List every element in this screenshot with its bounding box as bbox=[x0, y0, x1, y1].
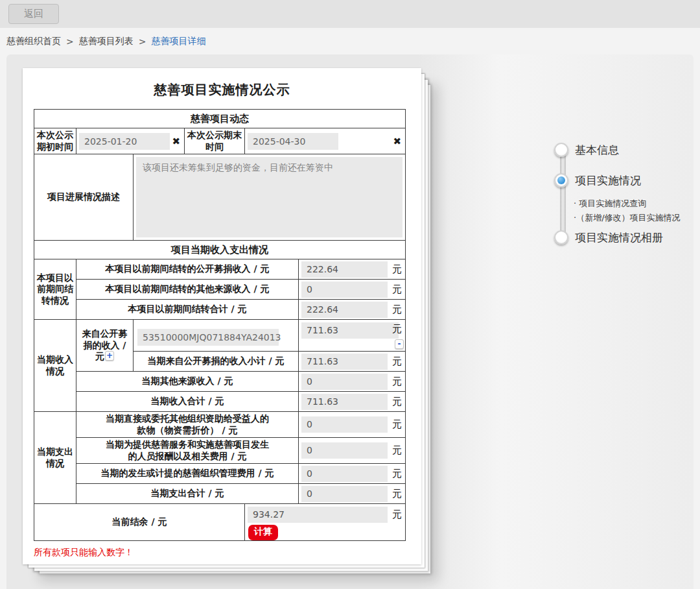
unit-label: 元 bbox=[392, 418, 402, 431]
balance-input[interactable]: 934.27 bbox=[248, 507, 388, 523]
balance-label: 当前结余 / 元 bbox=[34, 504, 245, 541]
expense-row-label: 当期的发生或计提的慈善组织管理费用 / 元 bbox=[76, 464, 299, 484]
carryover-public-input[interactable]: 222.64 bbox=[301, 261, 388, 278]
step-sub-add-modify[interactable]: ·（新增/修改）项目实施情况 bbox=[574, 212, 681, 224]
breadcrumb-home[interactable]: 慈善组织首页 bbox=[6, 36, 61, 47]
unit-label: 元 bbox=[392, 376, 402, 388]
expense-total-input[interactable]: 0 bbox=[301, 486, 388, 502]
expense-row-label: 当期为提供慈善服务和实施慈善项目发生的人员报酬以及相关费用 / 元 bbox=[106, 439, 269, 462]
finance-table: 慈善项目动态 本次公示期初时间 2025-01-20 ✖ 本次公示期末时间 20… bbox=[34, 109, 406, 541]
expense-aid-input[interactable]: 0 bbox=[301, 416, 388, 433]
unit-label: 元 bbox=[392, 468, 402, 480]
income-row-label: 当期其他来源收入 / 元 bbox=[76, 372, 299, 392]
period-end-label: 本次公示期末时间 bbox=[185, 128, 245, 154]
step-album[interactable]: 项目实施情况相册 bbox=[554, 230, 663, 245]
income-row-label: 当期收入合计 / 元 bbox=[76, 392, 299, 412]
disclosure-card: 慈善项目实施情况公示 慈善项目动态 本次公示期初时间 2025-01-20 ✖ bbox=[23, 68, 421, 564]
stepper-nav: 基本信息 项目实施情况 · 项目实施情况查询 ·（新增/修改）项目实施情况 项目… bbox=[554, 142, 700, 262]
step-implementation[interactable]: 项目实施情况 bbox=[554, 173, 641, 188]
carryover-other-input[interactable]: 0 bbox=[301, 282, 388, 298]
breadcrumb-separator: > bbox=[66, 36, 74, 47]
breadcrumb-separator: > bbox=[139, 36, 146, 47]
unit-label: 元 bbox=[392, 396, 402, 408]
unit-label: 元 bbox=[392, 488, 402, 500]
step-circle-active-icon bbox=[554, 173, 568, 187]
expense-admin-input[interactable]: 0 bbox=[301, 466, 388, 482]
period-end-input[interactable]: 2025-04-30 bbox=[248, 133, 338, 150]
expense-group-label: 当期支出情况 bbox=[34, 412, 76, 504]
unit-label: 元 bbox=[392, 263, 402, 276]
progress-desc-textarea[interactable]: 该项目还未筹集到足够的资金，目前还在筹资中 bbox=[136, 157, 402, 237]
carryover-row-label: 本项目以前期间结转合计 / 元 bbox=[76, 300, 299, 320]
period-start-label: 本次公示期初时间 bbox=[34, 128, 76, 154]
income-total-input[interactable]: 711.63 bbox=[301, 394, 388, 410]
carryover-row-label: 本项目以前期间结转的公开募捐收入 / 元 bbox=[76, 259, 299, 280]
remove-entry-button[interactable]: - bbox=[395, 339, 404, 349]
clear-start-date-icon[interactable]: ✖ bbox=[172, 136, 180, 147]
account-number-input[interactable]: 53510000MJQ071884YA24013 bbox=[137, 329, 279, 346]
unit-label: 元 bbox=[392, 444, 402, 457]
period-start-input[interactable]: 2025-01-20 bbox=[79, 133, 170, 150]
unit-label: 元 bbox=[392, 283, 402, 296]
breadcrumb-project-detail: 慈善项目详细 bbox=[151, 36, 205, 47]
unit-label: 元 bbox=[392, 509, 402, 521]
expense-staff-input[interactable]: 0 bbox=[301, 442, 388, 459]
expense-row-label: 当期支出合计 / 元 bbox=[76, 484, 299, 504]
income-group-label: 当期收入情况 bbox=[34, 320, 76, 412]
carryover-row-label: 本项目以前期间结转的其他来源收入 / 元 bbox=[76, 280, 299, 300]
stepper-track bbox=[560, 150, 566, 239]
breadcrumb: 慈善组织首页 > 慈善项目列表 > 慈善项目详细 bbox=[6, 28, 700, 54]
main-panel: 慈善项目实施情况公示 慈善项目动态 本次公示期初时间 2025-01-20 ✖ bbox=[6, 54, 694, 589]
carryover-group-label: 本项目以前期间结转情况 bbox=[34, 259, 76, 320]
progress-desc-label: 项目进展情况描述 bbox=[34, 154, 134, 241]
public-donation-amount-input[interactable]: 711.63 bbox=[301, 322, 399, 339]
income-public-subtotal-input[interactable]: 711.63 bbox=[301, 354, 388, 370]
clear-end-date-icon[interactable]: ✖ bbox=[393, 136, 401, 147]
unit-label: 元 bbox=[392, 323, 402, 335]
top-bar: 返回 bbox=[0, 0, 700, 28]
step-circle-icon bbox=[554, 230, 568, 245]
expense-row-label: 当期直接或委托其他组织资助给受益人的款物（物资需折价） / 元 bbox=[106, 413, 269, 436]
numeric-only-warning: 所有款项只能输入数字！ bbox=[34, 547, 421, 559]
unit-label: 元 bbox=[392, 355, 402, 368]
income-other-input[interactable]: 0 bbox=[301, 374, 388, 390]
calculate-button[interactable]: 计算 bbox=[248, 525, 278, 540]
page-title: 慈善项目实施情况公示 bbox=[23, 81, 421, 99]
back-button[interactable]: 返回 bbox=[8, 4, 59, 24]
carryover-total-input[interactable]: 222.64 bbox=[301, 302, 388, 318]
step-circle-icon bbox=[554, 143, 568, 157]
step-sub-query[interactable]: · 项目实施情况查询 bbox=[574, 198, 646, 210]
unit-label: 元 bbox=[392, 304, 402, 316]
step-basic-info[interactable]: 基本信息 bbox=[554, 142, 619, 158]
dynamics-section-header: 慈善项目动态 bbox=[34, 110, 406, 128]
public-donation-label: 来自公开募捐的收入 / 元+ bbox=[76, 320, 134, 372]
breadcrumb-project-list[interactable]: 慈善项目列表 bbox=[79, 36, 134, 47]
income-row-label: 当期来自公开募捐的收入小计 / 元 bbox=[134, 352, 299, 372]
add-entry-button[interactable]: + bbox=[105, 351, 114, 361]
finance-section-header: 项目当期收入支出情况 bbox=[34, 241, 406, 259]
